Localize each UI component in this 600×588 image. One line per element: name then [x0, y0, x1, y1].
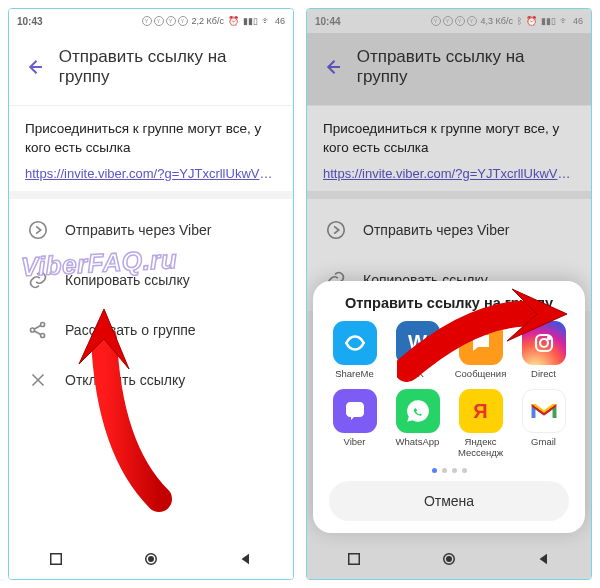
android-navbar: [9, 539, 293, 579]
share-sheet: Отправить ссылку на группу ShareMe W VK …: [313, 281, 585, 533]
svg-rect-4: [51, 554, 62, 565]
send-icon: [27, 219, 49, 241]
signal-icon: ▮▮▯: [541, 16, 556, 26]
app-label: Viber: [343, 437, 365, 447]
app-label: Direct: [531, 369, 556, 379]
app-label: Gmail: [531, 437, 556, 447]
app-label: Сообщения: [455, 369, 507, 379]
option-label: Отправить через Viber: [65, 222, 211, 238]
option-send-viber[interactable]: Отправить через Viber: [9, 205, 293, 255]
page-title: Отправить ссылку на группу: [59, 47, 279, 87]
share-app-grid: ShareMe W VK Сообщения Direct: [321, 321, 577, 458]
option-label: Отключить ссылку: [65, 372, 185, 388]
phone-left: 10:43 YYYY 2,2 Кб/с ⏰ ▮▮▯ ᯤ 46 Отправить…: [8, 8, 294, 580]
sheet-title: Отправить ссылку на группу: [321, 295, 577, 311]
section-text: Присоединиться к группе могут все, у ког…: [25, 120, 277, 158]
back-icon[interactable]: [23, 56, 45, 78]
app-label: Яндекс Мессендж: [451, 437, 510, 458]
svg-point-7: [328, 222, 345, 239]
svg-point-6: [149, 557, 154, 562]
divider: [9, 191, 293, 199]
recent-apps-icon[interactable]: [47, 550, 65, 568]
share-target-shareme[interactable]: ShareMe: [325, 321, 384, 379]
invite-link[interactable]: https://invite.viber.com/?g=YJTxcrllUkwV…: [25, 166, 277, 181]
statusbar-indicators: YYYY 2,2 Кб/с ⏰ ▮▮▯ ᯤ 46: [142, 16, 285, 26]
option-send-viber[interactable]: Отправить через Viber: [307, 205, 591, 255]
section-text: Присоединиться к группе могут все, у ког…: [323, 120, 575, 158]
share-target-gmail[interactable]: Gmail: [514, 389, 573, 458]
messages-icon: [459, 321, 503, 365]
vk-icon: W: [396, 321, 440, 365]
home-icon[interactable]: [142, 550, 160, 568]
option-label: Рассказать о группе: [65, 322, 196, 338]
viber-icon: [333, 389, 377, 433]
statusbar: 10:43 YYYY 2,2 Кб/с ⏰ ▮▮▯ ᯤ 46: [9, 9, 293, 33]
share-target-viber[interactable]: Viber: [325, 389, 384, 458]
app-label: ShareMe: [335, 369, 374, 379]
svg-point-10: [447, 557, 452, 562]
share-target-yandex[interactable]: Я Яндекс Мессендж: [451, 389, 510, 458]
share-target-messages[interactable]: Сообщения: [451, 321, 510, 379]
statusbar-time: 10:43: [17, 16, 43, 27]
svg-point-2: [41, 322, 45, 326]
invite-link[interactable]: https://invite.viber.com/?g=YJTxcrllUkwV…: [323, 166, 575, 181]
option-label: Копировать ссылку: [65, 272, 190, 288]
back-nav-icon[interactable]: [237, 550, 255, 568]
options-list: Отправить через Viber Копировать ссылку …: [9, 199, 293, 411]
gmail-icon: [522, 389, 566, 433]
alarm-icon: ⏰: [228, 16, 239, 26]
option-share-group[interactable]: Рассказать о группе: [9, 305, 293, 355]
instagram-direct-icon: [522, 321, 566, 365]
page-title: Отправить ссылку на группу: [357, 47, 577, 87]
phone-right: 10:44 YYYY 4,3 Кб/с ᛒ ⏰ ▮▮▯ ᯤ 46 Отправи…: [306, 8, 592, 580]
svg-point-1: [30, 328, 34, 332]
page-indicator: [321, 468, 577, 473]
option-revoke-link[interactable]: Отключить ссылку: [9, 355, 293, 405]
wifi-icon: ᯤ: [560, 16, 569, 26]
android-navbar: [307, 539, 591, 579]
svg-point-0: [30, 222, 47, 239]
statusbar: 10:44 YYYY 4,3 Кб/с ᛒ ⏰ ▮▮▯ ᯤ 46: [307, 9, 591, 33]
link-icon: [27, 269, 49, 291]
whatsapp-icon: [396, 389, 440, 433]
send-icon: [325, 219, 347, 241]
header: Отправить ссылку на группу: [307, 33, 591, 106]
battery-icon: 46: [573, 16, 583, 26]
svg-rect-8: [349, 554, 360, 565]
svg-point-3: [41, 333, 45, 337]
share-icon: [27, 319, 49, 341]
recent-apps-icon[interactable]: [345, 550, 363, 568]
net-speed: 4,3 Кб/с: [481, 16, 513, 26]
option-label: Отправить через Viber: [363, 222, 509, 238]
back-icon[interactable]: [321, 56, 343, 78]
share-target-vk[interactable]: W VK: [388, 321, 447, 379]
home-icon[interactable]: [440, 550, 458, 568]
cancel-button[interactable]: Отмена: [329, 481, 569, 521]
link-section: Присоединиться к группе могут все, у ког…: [9, 106, 293, 191]
svg-point-13: [547, 336, 549, 338]
share-target-direct[interactable]: Direct: [514, 321, 573, 379]
wifi-icon: ᯤ: [262, 16, 271, 26]
shareme-icon: [333, 321, 377, 365]
back-nav-icon[interactable]: [535, 550, 553, 568]
net-speed: 2,2 Кб/с: [192, 16, 224, 26]
yandex-messenger-icon: Я: [459, 389, 503, 433]
statusbar-time: 10:44: [315, 16, 341, 27]
option-copy-link[interactable]: Копировать ссылку: [9, 255, 293, 305]
svg-point-12: [540, 339, 548, 347]
statusbar-indicators: YYYY 4,3 Кб/с ᛒ ⏰ ▮▮▯ ᯤ 46: [431, 16, 583, 26]
divider: [307, 191, 591, 199]
app-label: VK: [411, 369, 424, 379]
share-target-whatsapp[interactable]: WhatsApp: [388, 389, 447, 458]
close-icon: [27, 369, 49, 391]
cancel-label: Отмена: [424, 493, 474, 509]
bluetooth-icon: ᛒ: [517, 16, 522, 26]
battery-icon: 46: [275, 16, 285, 26]
alarm-icon: ⏰: [526, 16, 537, 26]
signal-icon: ▮▮▯: [243, 16, 258, 26]
header: Отправить ссылку на группу: [9, 33, 293, 106]
app-label: WhatsApp: [396, 437, 440, 447]
link-section: Присоединиться к группе могут все, у ког…: [307, 106, 591, 191]
